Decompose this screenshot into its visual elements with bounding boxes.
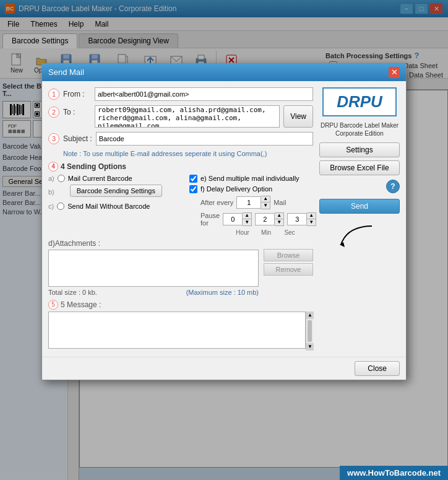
message-number: 5 bbox=[48, 300, 58, 310]
delay-checkbox[interactable] bbox=[189, 185, 197, 193]
sending-options-title: 4 4 Sending Options bbox=[48, 162, 313, 172]
sec-label: Sec bbox=[280, 229, 299, 236]
after-every-row: After every ▲ ▼ Mail bbox=[200, 196, 313, 209]
options-right: e) Send multiple mail individually f) De… bbox=[189, 175, 313, 236]
pause-for-row: Pause for ▲ ▼ bbox=[200, 212, 313, 227]
from-row: 1 From : bbox=[48, 87, 313, 101]
pause-hour-input[interactable] bbox=[223, 213, 243, 225]
pause-sec-input[interactable] bbox=[287, 213, 307, 225]
option-a-label: Mail Current Barcode bbox=[68, 175, 132, 182]
scroll-down-arrow[interactable]: ▼ bbox=[306, 343, 314, 351]
send-multiple-label: e) Send multiple mail individually bbox=[200, 175, 299, 182]
send-multiple-row: e) Send multiple mail individually bbox=[189, 175, 313, 183]
after-every-down[interactable]: ▼ bbox=[261, 203, 270, 209]
sending-options-section: 4 4 Sending Options a) Mail Current Barc… bbox=[48, 162, 313, 236]
option-a-row: a) Mail Current Barcode bbox=[48, 175, 183, 182]
message-scrollbar[interactable]: ▲ ▼ bbox=[306, 312, 313, 351]
subject-input[interactable] bbox=[96, 132, 313, 146]
pause-hour-up[interactable]: ▲ bbox=[243, 213, 251, 219]
from-label: From : bbox=[63, 90, 91, 98]
pause-hour-down[interactable]: ▼ bbox=[243, 219, 251, 225]
after-every-label: After every bbox=[200, 199, 233, 206]
modal-close-footer-button[interactable]: Close bbox=[355, 361, 400, 376]
options-left: a) Mail Current Barcode b) Barcode Sendi… bbox=[48, 175, 183, 236]
total-size-label: Total size : 0 kb. bbox=[48, 289, 97, 296]
modal-left-column: 1 From : 2 To : robert09@gmail.com, alis… bbox=[48, 87, 313, 351]
modal-body: 1 From : 2 To : robert09@gmail.com, alis… bbox=[42, 81, 406, 357]
pause-min-down[interactable]: ▼ bbox=[275, 219, 283, 225]
pause-sec-down[interactable]: ▼ bbox=[307, 219, 316, 225]
browse-attach-button[interactable]: Browse bbox=[264, 249, 313, 261]
option-a-radio[interactable] bbox=[58, 175, 65, 182]
modal-right-buttons: Settings Browse Excel File ? Send bbox=[319, 142, 400, 214]
browse-excel-button[interactable]: Browse Excel File bbox=[319, 160, 400, 175]
barcode-sending-settings-button[interactable]: Barcode Sending Settings bbox=[70, 185, 162, 197]
drpu-brand-text: DRPU bbox=[331, 92, 388, 111]
modal-titlebar: Send Mail ✕ bbox=[42, 64, 406, 81]
modal-footer: Close bbox=[42, 357, 406, 380]
note-text: Note : To use multiple E-mail addresses … bbox=[63, 150, 313, 157]
settings-button[interactable]: Settings bbox=[319, 142, 400, 157]
pause-min-spinner: ▲ ▼ bbox=[255, 212, 284, 226]
pause-sec-arrows: ▲ ▼ bbox=[307, 212, 316, 226]
scroll-up-arrow[interactable]: ▲ bbox=[306, 312, 314, 319]
time-labels: Hour Min Sec bbox=[233, 229, 313, 236]
to-input[interactable]: robert09@gmail.com, alisha.prd@gmail.com… bbox=[95, 105, 280, 128]
modal-close-button[interactable]: ✕ bbox=[389, 67, 400, 78]
send-mail-modal: Send Mail ✕ 1 From : 2 To : robert09@gma… bbox=[41, 63, 407, 380]
to-label: To : bbox=[63, 108, 91, 116]
view-button[interactable]: View bbox=[283, 105, 313, 128]
option-b-letter: b) bbox=[48, 188, 54, 196]
message-input[interactable] bbox=[48, 312, 306, 349]
from-input[interactable] bbox=[95, 87, 313, 101]
delay-option-row: f) Delay Delivery Option bbox=[189, 185, 313, 193]
option-c-row: c) Send Mail Without Barcode bbox=[48, 203, 183, 210]
options-grid: a) Mail Current Barcode b) Barcode Sendi… bbox=[48, 175, 313, 236]
size-row: Total size : 0 kb. (Maximum size : 10 mb… bbox=[48, 289, 259, 296]
hour-label: Hour bbox=[233, 229, 252, 236]
option-c-letter: c) bbox=[48, 203, 54, 210]
pause-min-arrows: ▲ ▼ bbox=[275, 212, 284, 226]
pause-min-input[interactable] bbox=[255, 213, 275, 225]
attach-buttons: Browse Remove bbox=[264, 249, 313, 276]
attach-label: d)Attachments : bbox=[48, 239, 259, 248]
sending-options-number: 4 bbox=[48, 162, 58, 172]
message-section: 5 5 Message : ▲ ▼ bbox=[48, 300, 313, 351]
pause-for-label: Pause for bbox=[200, 212, 220, 227]
option-c-radio[interactable] bbox=[57, 203, 64, 210]
after-every-spinner: ▲ ▼ bbox=[236, 196, 270, 209]
option-a-letter: a) bbox=[48, 175, 54, 182]
delay-label: f) Delay Delivery Option bbox=[200, 185, 272, 193]
browse-help-button[interactable]: ? bbox=[386, 180, 400, 193]
min-label: Min bbox=[256, 229, 276, 236]
message-area-wrapper: ▲ ▼ bbox=[48, 312, 313, 351]
pause-sec-spinner: ▲ ▼ bbox=[287, 212, 316, 226]
remove-attach-button[interactable]: Remove bbox=[264, 263, 313, 276]
pause-min-up[interactable]: ▲ bbox=[275, 213, 283, 219]
after-every-input[interactable] bbox=[236, 196, 261, 209]
mail-label: Mail bbox=[274, 199, 286, 206]
subject-row: 3 Subject : bbox=[48, 132, 313, 146]
drpu-logo: DRPU bbox=[322, 87, 397, 116]
option-c-label: Send Mail Without Barcode bbox=[67, 203, 150, 210]
message-label: 5 5 Message : bbox=[48, 300, 313, 310]
pause-hour-spinner: ▲ ▼ bbox=[223, 212, 252, 226]
send-button[interactable]: Send bbox=[319, 199, 400, 214]
help-row: ? bbox=[319, 180, 400, 193]
after-every-arrows: ▲ ▼ bbox=[261, 196, 270, 209]
modal-overlay: Send Mail ✕ 1 From : 2 To : robert09@gma… bbox=[0, 0, 448, 480]
send-multiple-checkbox[interactable] bbox=[189, 175, 197, 183]
arrow-container bbox=[335, 220, 384, 253]
drpu-subtitle: DRPU Barcode Label Maker Corporate Editi… bbox=[321, 121, 398, 137]
to-number: 2 bbox=[48, 107, 59, 118]
scroll-thumb[interactable] bbox=[308, 320, 312, 342]
after-every-up[interactable]: ▲ bbox=[261, 196, 270, 203]
arrow-annotation-svg bbox=[335, 220, 384, 251]
attachments-area bbox=[48, 250, 259, 287]
from-number: 1 bbox=[48, 89, 59, 100]
modal-title: Send Mail bbox=[48, 68, 84, 77]
pause-sec-up[interactable]: ▲ bbox=[307, 213, 316, 219]
pause-hour-arrows: ▲ ▼ bbox=[243, 212, 252, 226]
subject-number: 3 bbox=[48, 133, 59, 144]
modal-right-column: DRPU DRPU Barcode Label Maker Corporate … bbox=[319, 87, 400, 351]
